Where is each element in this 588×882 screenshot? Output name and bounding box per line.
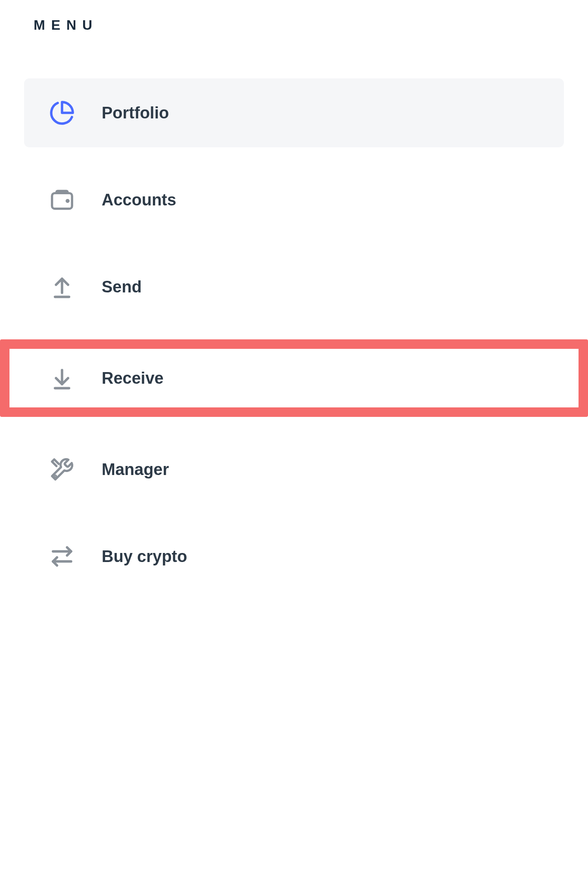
sidebar-item-label: Portfolio [102,104,169,122]
wallet-icon [48,186,76,214]
svg-point-1 [67,200,68,202]
sidebar-item-label: Buy crypto [102,547,187,566]
sidebar-item-label: Send [102,278,142,296]
sidebar-item-buy-crypto[interactable]: Buy crypto [24,522,564,591]
highlight-receive: Receive [0,339,588,417]
sidebar-item-accounts[interactable]: Accounts [24,165,564,234]
sidebar-item-portfolio[interactable]: Portfolio [24,78,564,147]
swap-icon [48,543,76,570]
sidebar-item-receive[interactable]: Receive [24,349,564,407]
svg-point-6 [55,475,56,477]
sidebar-item-label: Accounts [102,191,176,209]
sidebar-item-label: Receive [102,369,164,388]
pie-chart-icon [48,99,76,127]
arrow-down-icon [48,364,76,392]
menu-heading: MENU [34,17,564,33]
sidebar-item-label: Manager [102,460,169,479]
sidebar-menu: MENU Portfolio Accounts [0,17,588,591]
arrow-up-icon [48,273,76,301]
tools-icon [48,456,76,483]
sidebar-item-send[interactable]: Send [24,252,564,321]
sidebar-item-manager[interactable]: Manager [24,435,564,504]
